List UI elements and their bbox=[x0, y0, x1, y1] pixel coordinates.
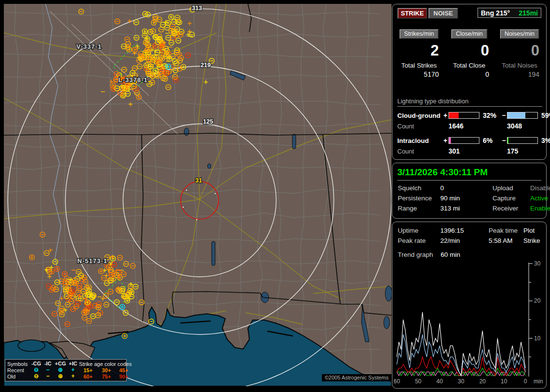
age-code-45: 45+ bbox=[116, 367, 132, 373]
range-value: 313 mi bbox=[440, 205, 492, 212]
legend-symbols-header: Symbols bbox=[7, 361, 30, 367]
noises-per-min-button[interactable]: Noises/min bbox=[500, 29, 539, 39]
copyright-label: ©2005 Astrogenic Systems bbox=[322, 374, 391, 381]
total-strikes-label: Total Strikes bbox=[396, 62, 442, 69]
cg-plus-pct: 32% bbox=[480, 112, 501, 119]
ring-label-219: 219 bbox=[201, 62, 211, 69]
minus-sign: − bbox=[501, 137, 507, 144]
pos-cg-symbol-icon: ⊕ bbox=[54, 374, 67, 379]
cloud-ground-label: Cloud-ground bbox=[397, 112, 442, 119]
ic-minus-bar bbox=[507, 137, 538, 144]
capture-label: Capture bbox=[492, 195, 530, 202]
cloud-ground-counts: Count 1646 3048 bbox=[397, 122, 542, 130]
total-strikes-value: 5170 bbox=[396, 70, 442, 78]
ic-plus-bar bbox=[449, 137, 479, 144]
ic-plus-pct: 6% bbox=[480, 137, 501, 144]
storm-cell-label: L-3378-1 bbox=[118, 76, 148, 84]
age-code-60: 60+ bbox=[79, 374, 97, 379]
svg-text:10: 10 bbox=[501, 378, 507, 385]
app-window: 31321912531V-337-1L-3378-1N-5173-1v Symb… bbox=[0, 0, 550, 392]
legend-col-pos-cg: +CG bbox=[54, 361, 67, 366]
cloud-ground-row: Cloud-ground + 32% − 59% bbox=[397, 112, 542, 119]
legend-col-neg-ic: -IC bbox=[42, 361, 54, 366]
ring-label-31: 31 bbox=[195, 177, 202, 184]
svg-text:50: 50 bbox=[415, 378, 422, 385]
total-noises-label: Total Noises bbox=[497, 62, 542, 69]
ring-label-313: 313 bbox=[192, 5, 202, 12]
map-canvas: 31321912531V-337-1L-3378-1N-5173-1v bbox=[4, 4, 391, 386]
age-code-15: 15+ bbox=[79, 367, 97, 373]
capture-value: Active bbox=[530, 195, 550, 202]
uptime-label: Uptime bbox=[398, 227, 440, 234]
cg-minus-pct: 59% bbox=[539, 112, 550, 119]
distribution-title: Lightning type distribution bbox=[397, 98, 542, 107]
persistence-value: 90 min bbox=[440, 195, 492, 202]
status-grid: Squelch 0 Upload Disabled Persistence 90… bbox=[398, 184, 543, 212]
plus-sign: + bbox=[442, 137, 449, 144]
age-code-75: 75+ bbox=[97, 374, 116, 379]
intracloud-row: Intracloud + 6% − 3% bbox=[397, 137, 542, 144]
noise-mode-button[interactable]: NOISE bbox=[429, 8, 458, 18]
plot-mode-value: Strike bbox=[523, 237, 543, 244]
cg-minus-count: 3048 bbox=[507, 122, 542, 130]
panel-session: Uptime 1396:15 Peak time Plot Peak rate … bbox=[392, 222, 547, 389]
plot-label: Plot bbox=[523, 227, 543, 234]
svg-text:30: 30 bbox=[534, 261, 541, 267]
strikes-column: Strikes/min 2 Total Strikes 5170 bbox=[396, 29, 442, 78]
receiver-value: Enabled bbox=[530, 205, 550, 212]
lightning-map[interactable]: 31321912531V-337-1L-3378-1N-5173-1v Symb… bbox=[4, 4, 391, 386]
peak-time-value: 5:58 AM bbox=[489, 237, 523, 244]
storm-cell-label: N-5173-1 bbox=[77, 257, 107, 265]
svg-text:40: 40 bbox=[436, 378, 443, 385]
ic-plus-count: 301 bbox=[449, 147, 501, 155]
cg-plus-count: 1646 bbox=[449, 122, 501, 130]
total-noises-value: 194 bbox=[497, 70, 542, 78]
svg-text:0: 0 bbox=[524, 378, 527, 385]
strike-mode-button[interactable]: STRIKE bbox=[398, 8, 427, 18]
trend-series-white bbox=[397, 312, 525, 376]
svg-text:30: 30 bbox=[458, 378, 464, 385]
bearing-range-indicator: Bng 215° 215mi bbox=[478, 8, 541, 18]
trend-graph-label: Trend graph bbox=[398, 251, 433, 258]
plus-sign: + bbox=[442, 112, 449, 119]
svg-text:20: 20 bbox=[534, 297, 541, 304]
neg-cg-symbol-icon: ⊖ bbox=[30, 374, 42, 379]
lightning-distribution: Lightning type distribution Cloud-ground… bbox=[397, 98, 542, 155]
session-grid: Uptime 1396:15 Peak time Plot Peak rate … bbox=[398, 227, 543, 244]
persistence-label: Persistence bbox=[398, 195, 440, 202]
map-symbol-legend: Symbols -CG -IC +CG +IC Strike age color… bbox=[5, 359, 127, 381]
peak-rate-label: Peak rate bbox=[398, 237, 440, 244]
neg-ic-symbol-icon: − bbox=[42, 367, 54, 373]
close-per-min-button[interactable]: Close/min bbox=[451, 29, 487, 39]
trend-series-lightblue bbox=[397, 335, 525, 376]
squelch-label: Squelch bbox=[398, 184, 440, 192]
svg-text:60: 60 bbox=[394, 378, 400, 385]
legend-row-old: Old⊖−⊕+60+75+90+ bbox=[7, 373, 124, 379]
range-label: Range bbox=[398, 205, 440, 212]
trend-graph-value: 60 min bbox=[441, 251, 461, 258]
svg-text:min: min bbox=[534, 378, 543, 385]
svg-text:20: 20 bbox=[479, 378, 486, 385]
storm-cell-label: V-337-1 bbox=[76, 43, 102, 50]
pos-ic-symbol-icon: + bbox=[67, 367, 79, 373]
trend-chart: 1020306050403020100min bbox=[394, 261, 545, 387]
cell-motion-marker: v bbox=[109, 260, 113, 266]
panel-stats: STRIKE NOISE Bng 215° 215mi Strikes/min … bbox=[392, 4, 547, 160]
range-value: 215mi bbox=[519, 9, 538, 17]
svg-text:10: 10 bbox=[534, 335, 541, 342]
cg-plus-bar bbox=[449, 112, 479, 119]
minus-sign: − bbox=[501, 112, 507, 119]
pos-cg-symbol-icon: ⊕ bbox=[54, 367, 67, 373]
peak-time-label: Peak time bbox=[489, 227, 523, 234]
squelch-value: 0 bbox=[440, 184, 492, 192]
legend-age-header: Strike age color codes bbox=[79, 361, 132, 367]
ring-label-125: 125 bbox=[203, 118, 213, 125]
total-close-value: 0 bbox=[447, 70, 492, 78]
legend-col-neg-cg: -CG bbox=[30, 361, 42, 366]
ic-minus-pct: 3% bbox=[539, 137, 550, 144]
trend-graph-row: Trend graph 60 min bbox=[398, 251, 460, 258]
strikes-per-min-button[interactable]: Strikes/min bbox=[400, 29, 438, 39]
age-code-30: 30+ bbox=[97, 367, 116, 373]
ic-minus-count: 175 bbox=[507, 147, 542, 155]
legend-row-recent: Recent⊖−⊕+15+30+45+ bbox=[7, 367, 124, 373]
